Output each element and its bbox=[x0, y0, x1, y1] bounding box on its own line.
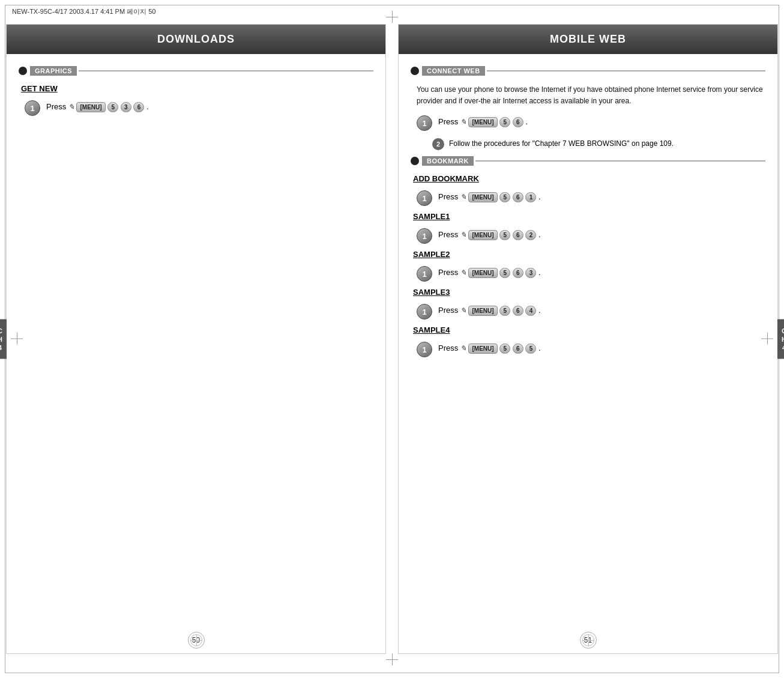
pen-icon-4: ✎ bbox=[460, 229, 466, 240]
bottom-center-crosshair bbox=[386, 653, 398, 667]
key-6c: 6 bbox=[513, 192, 523, 202]
right-page: C H 4 MOBILE WEB CONNECT WEB You can use… bbox=[398, 24, 778, 654]
key-4a: 4 bbox=[525, 306, 536, 316]
get-new-title: GET NEW bbox=[21, 84, 373, 93]
menu-key-6: [MENU] bbox=[468, 306, 497, 316]
menu-key-7: [MENU] bbox=[468, 344, 497, 354]
key-6e: 6 bbox=[513, 268, 523, 278]
graphics-label: GRAPHICS bbox=[30, 66, 77, 76]
pen-icon-7: ✎ bbox=[460, 343, 466, 354]
key-5f: 5 bbox=[499, 306, 510, 316]
key-5: 5 bbox=[107, 102, 118, 112]
downloads-step1: 1 Press ✎ [MENU] 5 3 6 . bbox=[25, 99, 373, 116]
sample4-title: SAMPLE4 bbox=[413, 325, 765, 334]
key-5g: 5 bbox=[499, 344, 510, 354]
sample2-step1-circle: 1 bbox=[417, 266, 432, 282]
connect-step1: 1 Press ✎ [MENU] 5 6 . bbox=[417, 114, 765, 131]
sample3-title: SAMPLE3 bbox=[413, 288, 765, 297]
sample1-step1-circle: 1 bbox=[417, 228, 432, 244]
sample1-step1-text: Press ✎ [MENU] 5 6 2 . bbox=[438, 227, 541, 241]
bookmark-label-wrapper: BOOKMARK bbox=[411, 156, 765, 166]
key-1a: 1 bbox=[525, 192, 536, 202]
sample1-title: SAMPLE1 bbox=[413, 212, 765, 221]
key-6: 6 bbox=[133, 102, 144, 112]
key-3a: 3 bbox=[525, 268, 536, 278]
key-5b: 5 bbox=[499, 117, 510, 127]
connect-web-label-wrapper: CONNECT WEB bbox=[411, 66, 765, 76]
key-6d: 6 bbox=[513, 230, 523, 240]
key-6f: 6 bbox=[513, 306, 523, 316]
step1-text: Press ✎ [MENU] 5 3 6 . bbox=[46, 99, 149, 113]
chapter-tab-right: C H 4 bbox=[777, 319, 784, 359]
page-meta: NEW-TX-95C-4/17 2003.4.17 4:41 PM 페이지 50 bbox=[12, 7, 155, 16]
connect-web-label: CONNECT WEB bbox=[422, 66, 485, 76]
menu-key: [MENU] bbox=[76, 102, 105, 112]
sample3-step1: 1 Press ✎ [MENU] 5 6 4 . bbox=[417, 303, 765, 319]
connect-web-bullet bbox=[411, 67, 419, 75]
menu-key-5: [MENU] bbox=[468, 268, 497, 278]
pages-container: C H 4 DOWNLOADS GRAPHICS GET NEW 1 Press… bbox=[6, 24, 778, 654]
step1-circle: 1 bbox=[25, 100, 40, 116]
left-page-header: DOWNLOADS bbox=[7, 25, 385, 54]
bookmark-bullet bbox=[411, 157, 419, 165]
chapter-tab-left: C H 4 bbox=[0, 319, 7, 359]
menu-key-4: [MENU] bbox=[468, 230, 497, 240]
pen-icon-6: ✎ bbox=[460, 305, 466, 316]
connect-step1-circle: 1 bbox=[417, 115, 432, 131]
connect-step2-circle: 2 bbox=[432, 138, 444, 150]
sample2-title: SAMPLE2 bbox=[413, 250, 765, 259]
key-5c: 5 bbox=[499, 192, 510, 202]
key-2a: 2 bbox=[525, 230, 536, 240]
graphics-bullet bbox=[19, 67, 27, 75]
add-bookmark-title: ADD BOOKMARK bbox=[413, 174, 765, 183]
key-5h: 5 bbox=[525, 344, 536, 354]
sample3-step1-text: Press ✎ [MENU] 5 6 4 . bbox=[438, 303, 541, 316]
left-page: C H 4 DOWNLOADS GRAPHICS GET NEW 1 Press… bbox=[6, 24, 386, 654]
graphics-label-wrapper: GRAPHICS bbox=[19, 66, 373, 76]
left-bottom-cross bbox=[190, 634, 202, 646]
key-3: 3 bbox=[121, 102, 131, 112]
sample4-step1-text: Press ✎ [MENU] 5 6 5 . bbox=[438, 341, 541, 354]
add-bookmark-step1: 1 Press ✎ [MENU] 5 6 1 . bbox=[417, 189, 765, 206]
sample4-step1-circle: 1 bbox=[417, 342, 432, 357]
menu-key-3: [MENU] bbox=[468, 192, 497, 202]
right-bottom-cross bbox=[582, 634, 594, 646]
connect-web-desc: You can use your phone to browse the Int… bbox=[417, 84, 765, 107]
add-bookmark-step1-text: Press ✎ [MENU] 5 6 1 . bbox=[438, 189, 541, 203]
key-6g: 6 bbox=[513, 344, 523, 354]
pen-icon-3: ✎ bbox=[460, 192, 466, 202]
key-5d: 5 bbox=[499, 230, 510, 240]
connect-step1-text: Press ✎ [MENU] 5 6 . bbox=[438, 114, 528, 128]
sample1-step1: 1 Press ✎ [MENU] 5 6 2 . bbox=[417, 227, 765, 244]
connect-step2-text: Follow the procedures for "Chapter 7 WEB… bbox=[449, 137, 674, 149]
pen-icon: ✎ bbox=[68, 101, 74, 112]
sample3-step1-circle: 1 bbox=[417, 304, 432, 319]
key-5e: 5 bbox=[499, 268, 510, 278]
pen-icon-2: ✎ bbox=[460, 117, 466, 127]
bookmark-label: BOOKMARK bbox=[422, 156, 474, 166]
key-6b: 6 bbox=[513, 117, 523, 127]
add-bookmark-step1-circle: 1 bbox=[417, 190, 432, 206]
sample4-step1: 1 Press ✎ [MENU] 5 6 5 . bbox=[417, 341, 765, 357]
right-page-header: MOBILE WEB bbox=[399, 25, 777, 54]
connect-step2: 2 Follow the procedures for "Chapter 7 W… bbox=[432, 137, 765, 150]
sample2-step1-text: Press ✎ [MENU] 5 6 3 . bbox=[438, 265, 541, 279]
sample2-step1: 1 Press ✎ [MENU] 5 6 3 . bbox=[417, 265, 765, 282]
pen-icon-5: ✎ bbox=[460, 267, 466, 278]
top-center-crosshair bbox=[386, 11, 398, 25]
menu-key-2: [MENU] bbox=[468, 117, 497, 127]
